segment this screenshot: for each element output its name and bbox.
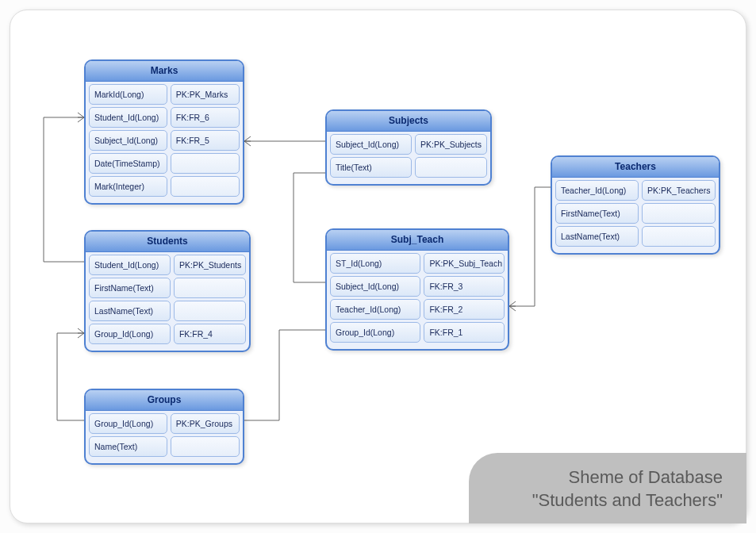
key-label: PK:PK_Teachers <box>642 180 716 201</box>
table-row: Student_Id(Long)PK:PK_Students <box>89 255 246 275</box>
field-label: Teacher_Id(Long) <box>555 180 639 201</box>
key-label <box>171 436 240 457</box>
entity-groups[interactable]: Groups Group_Id(Long)PK:PK_Groups Name(T… <box>84 389 244 465</box>
key-label <box>174 278 246 298</box>
entity-students-title: Students <box>86 232 249 252</box>
table-row: Name(Text) <box>89 436 240 457</box>
entity-subjects-title: Subjects <box>327 111 490 132</box>
table-row: Group_Id(Long)FK:FR_4 <box>89 324 246 344</box>
table-row: FirstName(Text) <box>89 278 246 298</box>
entity-subj-teach-title: Subj_Teach <box>327 230 508 251</box>
table-row: Group_Id(Long)PK:PK_Groups <box>89 413 240 434</box>
field-label: Group_Id(Long) <box>89 413 167 434</box>
key-label <box>642 203 716 224</box>
table-row: Teacher_Id(Long)FK:FR_2 <box>330 299 505 320</box>
key-label: FK:FR_3 <box>424 276 504 297</box>
field-label: LastName(Text) <box>89 301 171 321</box>
field-label: FirstName(Text) <box>89 278 171 298</box>
key-label: FK:FR_6 <box>171 107 240 128</box>
table-row: Date(TimeStamp) <box>89 153 240 174</box>
key-label: FK:FR_4 <box>174 324 246 344</box>
key-label <box>174 301 246 321</box>
key-label: PK:PK_Subjects <box>415 134 487 155</box>
key-label: FK:FR_5 <box>171 130 240 151</box>
field-label: Mark(Integer) <box>89 176 167 197</box>
table-row: Teacher_Id(Long)PK:PK_Teachers <box>555 180 716 201</box>
entity-subj-teach[interactable]: Subj_Teach ST_Id(Long)PK:PK_Subj_Teach S… <box>325 228 509 351</box>
entity-teachers-title: Teachers <box>552 157 719 178</box>
key-label: PK:PK_Subj_Teach <box>424 253 504 274</box>
field-label: ST_Id(Long) <box>330 253 420 274</box>
field-label: Name(Text) <box>89 436 167 457</box>
key-label: FK:FR_2 <box>424 299 504 320</box>
table-row: LastName(Text) <box>89 301 246 321</box>
table-row: ST_Id(Long)PK:PK_Subj_Teach <box>330 253 505 274</box>
field-label: Group_Id(Long) <box>89 324 171 344</box>
key-label <box>171 176 240 197</box>
field-label: Student_Id(Long) <box>89 107 167 128</box>
table-row: MarkId(Long)PK:PK_Marks <box>89 84 240 105</box>
key-label: FK:FR_1 <box>424 322 504 343</box>
entity-teachers[interactable]: Teachers Teacher_Id(Long)PK:PK_Teachers … <box>551 155 720 255</box>
key-label: PK:PK_Groups <box>171 413 240 434</box>
field-label: LastName(Text) <box>555 226 639 247</box>
field-label: Group_Id(Long) <box>330 322 420 343</box>
field-label: Title(Text) <box>330 157 412 178</box>
field-label: Date(TimeStamp) <box>89 153 167 174</box>
table-row: Group_Id(Long)FK:FR_1 <box>330 322 505 343</box>
field-label: Subject_Id(Long) <box>330 134 412 155</box>
table-row: FirstName(Text) <box>555 203 716 224</box>
key-label: PK:PK_Students <box>174 255 246 275</box>
diagram-caption: Sheme of Database "Students and Teachers… <box>469 453 746 523</box>
entity-marks[interactable]: Marks MarkId(Long)PK:PK_Marks Student_Id… <box>84 59 244 205</box>
entity-marks-title: Marks <box>86 61 243 82</box>
field-label: Subject_Id(Long) <box>330 276 420 297</box>
table-row: Subject_Id(Long)FK:FR_3 <box>330 276 505 297</box>
caption-line1: Sheme of Database <box>532 466 723 489</box>
key-label <box>642 226 716 247</box>
field-label: MarkId(Long) <box>89 84 167 105</box>
table-row: Subject_Id(Long)PK:PK_Subjects <box>330 134 487 155</box>
key-label: PK:PK_Marks <box>171 84 240 105</box>
entity-students[interactable]: Students Student_Id(Long)PK:PK_Students … <box>84 230 251 352</box>
field-label: Subject_Id(Long) <box>89 130 167 151</box>
table-row: Student_Id(Long)FK:FR_6 <box>89 107 240 128</box>
key-label <box>415 157 487 178</box>
caption-line2: "Students and Teachers" <box>532 489 723 512</box>
table-row: Title(Text) <box>330 157 487 178</box>
field-label: FirstName(Text) <box>555 203 639 224</box>
entity-groups-title: Groups <box>86 390 243 411</box>
field-label: Student_Id(Long) <box>89 255 171 275</box>
field-label: Teacher_Id(Long) <box>330 299 420 320</box>
table-row: Subject_Id(Long)FK:FR_5 <box>89 130 240 151</box>
entity-subjects[interactable]: Subjects Subject_Id(Long)PK:PK_Subjects … <box>325 109 492 186</box>
key-label <box>171 153 240 174</box>
table-row: Mark(Integer) <box>89 176 240 197</box>
table-row: LastName(Text) <box>555 226 716 247</box>
